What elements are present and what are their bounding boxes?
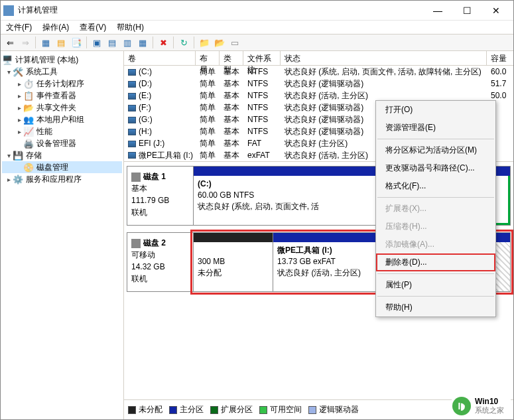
maximize-button[interactable]: ☐ [452, 1, 482, 20]
disk-2-label[interactable]: 磁盘 2 可移动 14.32 GB 联机 [127, 233, 194, 291]
tree-users[interactable]: ▸👥本地用户和组 [2, 113, 122, 125]
minimize-button[interactable]: — [423, 1, 452, 20]
tree-eventviewer[interactable]: ▸📋事件查看器 [2, 90, 122, 102]
ctx-properties[interactable]: 属性(P) [376, 276, 495, 294]
detail-button[interactable]: ▤ [54, 36, 68, 49]
list2-button[interactable]: ▤ [105, 36, 119, 49]
tree-devmgr[interactable]: 🖨️设备管理器 [2, 137, 122, 149]
col-type[interactable]: 类型 [220, 51, 243, 65]
menubar: 文件(F) 操作(A) 查看(V) 帮助(H) [1, 21, 513, 34]
list4-button[interactable]: ▦ [136, 36, 149, 49]
tree-root[interactable]: 🖥️计算机管理 (本地) [2, 54, 122, 66]
ctx-shrink: 压缩卷(H)... [376, 218, 495, 236]
app-icon [3, 5, 14, 16]
disk-1-label[interactable]: 磁盘 1 基本 111.79 GB 联机 [127, 167, 194, 225]
col-volume[interactable]: 卷 [124, 51, 196, 65]
ctx-explorer[interactable]: 资源管理器(E) [376, 119, 495, 137]
ctx-format[interactable]: 格式化(F)... [376, 177, 495, 195]
forward-button[interactable]: ⇒ [19, 36, 32, 49]
disk-icon [131, 173, 141, 182]
volume-row[interactable]: (D:)简单基本NTFS状态良好 (逻辑驱动器)51.7 [124, 78, 513, 90]
disk3-button[interactable]: ▭ [228, 36, 241, 49]
watermark: I◗ Win10系统之家 [450, 395, 511, 417]
ctx-open[interactable]: 打开(O) [376, 101, 495, 119]
watermark-logo-icon: I◗ [452, 397, 471, 415]
window-title: 计算机管理 [18, 5, 423, 16]
close-button[interactable]: ✕ [482, 1, 511, 20]
volume-row[interactable]: (C:)简单基本NTFS状态良好 (系统, 启动, 页面文件, 活动, 故障转储… [124, 66, 513, 78]
ctx-help[interactable]: 帮助(H) [376, 299, 495, 316]
menu-help[interactable]: 帮助(H) [114, 21, 147, 35]
col-layout[interactable]: 布局 [196, 51, 220, 65]
disk-icon [131, 239, 141, 248]
tree-services[interactable]: ▸⚙️服务和应用程序 [2, 173, 122, 185]
tree-diskmgmt[interactable]: 📀磁盘管理 [2, 161, 122, 173]
disk2-button[interactable]: 📂 [213, 36, 226, 49]
tree-storage[interactable]: ▾💾存储 [2, 149, 122, 161]
titlebar: 计算机管理 — ☐ ✕ [1, 1, 513, 21]
disk2-unallocated[interactable]: 300 MB 未分配 [194, 233, 273, 291]
list3-button[interactable]: ▥ [121, 36, 134, 49]
refresh2-button[interactable]: ↻ [177, 36, 190, 49]
ctx-mirror: 添加镜像(A)... [376, 236, 495, 253]
back-button[interactable]: ⇐ [3, 36, 17, 49]
col-fs[interactable]: 文件系统 [243, 51, 281, 65]
disk1-button[interactable]: 📁 [198, 36, 211, 49]
tree-scheduler[interactable]: ▸⏱️任务计划程序 [2, 78, 122, 90]
ctx-mark-active[interactable]: 将分区标记为活动分区(M) [376, 141, 495, 159]
menu-view[interactable]: 查看(V) [77, 21, 109, 35]
ctx-delete-volume[interactable]: 删除卷(D)... [376, 253, 495, 271]
menu-action[interactable]: 操作(A) [40, 21, 72, 35]
delete-button[interactable]: ✖ [157, 36, 170, 49]
list1-button[interactable]: ▣ [90, 36, 103, 49]
tree-shared[interactable]: ▸📂共享文件夹 [2, 102, 122, 113]
menu-file[interactable]: 文件(F) [3, 21, 34, 35]
view-button[interactable]: ▦ [39, 36, 52, 49]
context-menu: 打开(O) 资源管理器(E) 将分区标记为活动分区(M) 更改驱动器号和路径(C… [375, 100, 496, 317]
toolbar: ⇐ ⇒ ▦ ▤ 📑 ▣ ▤ ▥ ▦ ✖ ↻ 📁 📂 ▭ [1, 34, 513, 51]
col-status[interactable]: 状态 [281, 51, 487, 65]
col-cap[interactable]: 容量 [487, 51, 513, 65]
tree-perf[interactable]: ▸📈性能 [2, 125, 122, 137]
ctx-change-drive[interactable]: 更改驱动器号和路径(C)... [376, 159, 495, 177]
tree-systools[interactable]: ▾🛠️系统工具 [2, 66, 122, 78]
tree-pane: 🖥️计算机管理 (本地) ▾🛠️系统工具 ▸⏱️任务计划程序 ▸📋事件查看器 ▸… [1, 51, 124, 419]
ctx-extend: 扩展卷(X)... [376, 200, 495, 218]
refresh-button[interactable]: 📑 [70, 36, 83, 49]
